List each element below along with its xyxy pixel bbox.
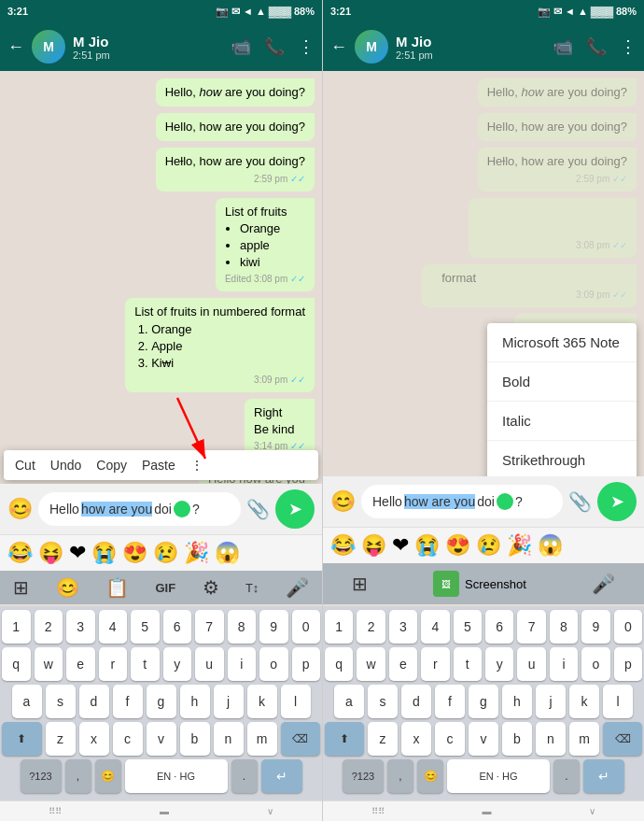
key-2[interactable]: 2: [35, 610, 63, 644]
rkey-i[interactable]: i: [550, 647, 578, 681]
right-send-button[interactable]: ➤: [597, 482, 637, 521]
rkey-c[interactable]: c: [435, 722, 465, 756]
rkey-b[interactable]: b: [502, 722, 532, 756]
key-c[interactable]: c: [113, 722, 143, 756]
key-j[interactable]: j: [214, 685, 244, 718]
key-t[interactable]: t: [131, 647, 160, 681]
left-kb-apps-icon[interactable]: ⊞: [13, 576, 29, 599]
left-kb-settings-icon[interactable]: ⚙: [203, 576, 219, 599]
format-italic[interactable]: Italic: [487, 402, 637, 441]
rkey-p[interactable]: p: [614, 647, 642, 681]
context-copy[interactable]: Copy: [96, 458, 127, 473]
left-kb-mic-icon[interactable]: 🎤: [286, 576, 309, 599]
key-4[interactable]: 4: [99, 610, 128, 644]
rkey-7[interactable]: 7: [517, 610, 545, 644]
key-comma[interactable]: ,: [65, 759, 91, 793]
right-more-icon[interactable]: ⋮: [620, 36, 637, 57]
left-video-call-icon[interactable]: 📹: [231, 36, 251, 57]
right-video-call-icon[interactable]: 📹: [553, 36, 573, 57]
key-space[interactable]: EN · HG: [125, 759, 228, 793]
rkey-9[interactable]: 9: [581, 610, 609, 644]
rkey-4[interactable]: 4: [421, 610, 449, 644]
left-back-button[interactable]: ←: [7, 37, 24, 57]
left-phone-icon[interactable]: 📞: [264, 36, 285, 57]
left-message-input[interactable]: Hello how are you doi?: [38, 492, 241, 526]
right-phone-icon[interactable]: 📞: [586, 36, 607, 57]
key-u[interactable]: u: [195, 647, 224, 681]
key-9[interactable]: 9: [259, 610, 288, 644]
key-o[interactable]: o: [259, 647, 288, 681]
rkey-6[interactable]: 6: [485, 610, 513, 644]
rkey-e[interactable]: e: [389, 647, 417, 681]
rkey-1[interactable]: 1: [325, 610, 353, 644]
rkey-8[interactable]: 8: [550, 610, 578, 644]
rkey-u[interactable]: u: [517, 647, 545, 681]
key-l[interactable]: l: [281, 685, 311, 718]
right-back-button[interactable]: ←: [330, 37, 347, 57]
rkey-f[interactable]: f: [435, 685, 465, 718]
rkey-a[interactable]: a: [334, 685, 364, 718]
rkey-w[interactable]: w: [357, 647, 385, 681]
left-kb-gif-icon[interactable]: GIF: [155, 581, 175, 595]
format-microsoft-365[interactable]: Microsoft 365 Note: [487, 323, 637, 362]
left-kb-sticker-icon[interactable]: 😊: [56, 576, 79, 599]
key-w[interactable]: w: [35, 647, 63, 681]
key-shift[interactable]: ⬆: [2, 722, 42, 756]
key-a[interactable]: a: [12, 685, 42, 718]
rkey-h[interactable]: h: [502, 685, 532, 718]
key-delete[interactable]: ⌫: [281, 722, 321, 756]
key-1[interactable]: 1: [2, 610, 31, 644]
rkey-s[interactable]: s: [368, 685, 398, 718]
rkey-m[interactable]: m: [569, 722, 599, 756]
format-bold[interactable]: Bold: [487, 362, 637, 402]
rkey-comma[interactable]: ,: [387, 759, 413, 793]
key-y[interactable]: y: [163, 647, 192, 681]
context-more[interactable]: ⋮: [190, 458, 203, 473]
key-7[interactable]: 7: [195, 610, 224, 644]
rkey-enter[interactable]: ↵: [583, 759, 624, 793]
key-f[interactable]: f: [113, 685, 143, 718]
rkey-sym[interactable]: ?123: [343, 759, 384, 793]
context-paste[interactable]: Paste: [142, 458, 175, 473]
right-message-input[interactable]: Hello how are you doi?: [361, 485, 563, 518]
left-more-icon[interactable]: ⋮: [298, 36, 315, 57]
rkey-j[interactable]: j: [536, 685, 566, 718]
right-kb-mic-icon[interactable]: 🎤: [592, 573, 615, 595]
rkey-0[interactable]: 0: [614, 610, 642, 644]
key-k[interactable]: k: [247, 685, 277, 718]
format-strikethrough[interactable]: Strikethrough: [487, 441, 637, 476]
key-x[interactable]: x: [79, 722, 109, 756]
key-h[interactable]: h: [180, 685, 210, 718]
key-b[interactable]: b: [180, 722, 210, 756]
key-z[interactable]: z: [46, 722, 76, 756]
rkey-space[interactable]: EN · HG: [447, 759, 550, 793]
key-d[interactable]: d: [79, 685, 109, 718]
rkey-o[interactable]: o: [581, 647, 609, 681]
rkey-k[interactable]: k: [569, 685, 599, 718]
right-emoji-button[interactable]: 😊: [330, 489, 356, 514]
rkey-delete[interactable]: ⌫: [603, 722, 642, 756]
rkey-y[interactable]: y: [485, 647, 513, 681]
rkey-period[interactable]: .: [553, 759, 580, 793]
right-attach-button[interactable]: 📎: [568, 490, 592, 513]
rkey-d[interactable]: d: [401, 685, 431, 718]
left-attach-button[interactable]: 📎: [246, 498, 270, 520]
left-kb-text-icon[interactable]: T↕: [245, 581, 259, 595]
rkey-n[interactable]: n: [536, 722, 566, 756]
rkey-2[interactable]: 2: [357, 610, 385, 644]
left-send-button[interactable]: ➤: [275, 489, 315, 529]
rkey-5[interactable]: 5: [454, 610, 482, 644]
key-8[interactable]: 8: [228, 610, 257, 644]
key-sym[interactable]: ?123: [21, 759, 62, 793]
key-6[interactable]: 6: [163, 610, 192, 644]
key-0[interactable]: 0: [292, 610, 321, 644]
rkey-r[interactable]: r: [421, 647, 449, 681]
rkey-t[interactable]: t: [454, 647, 482, 681]
context-undo[interactable]: Undo: [50, 458, 81, 473]
key-emoji-kb[interactable]: 😊: [95, 759, 121, 793]
key-n[interactable]: n: [214, 722, 244, 756]
left-kb-clipboard-icon[interactable]: 📋: [105, 576, 129, 599]
rkey-q[interactable]: q: [325, 647, 353, 681]
left-emoji-button[interactable]: 😊: [7, 497, 33, 521]
key-v[interactable]: v: [147, 722, 176, 756]
